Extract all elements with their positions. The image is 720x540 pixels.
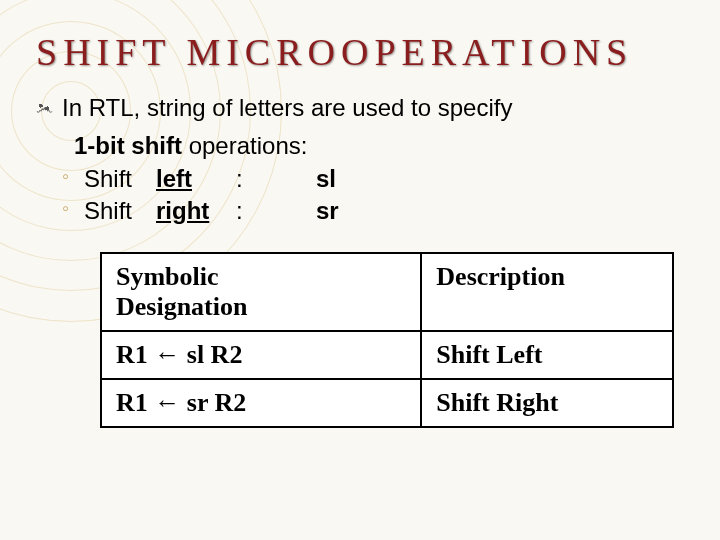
table-header-row: Symbolic Designation Description [101,253,673,331]
header-symbolic-line1: Symbolic [116,262,406,292]
table-row: R1 ← sl R2 Shift Left [101,331,673,379]
slide-title: SHIFT MICROOPERATIONS [36,30,684,74]
header-symbolic-line2: Designation [116,292,406,322]
bullet-main: ෴ In RTL, string of letters are used to … [62,92,684,124]
cell-sym-1: R1 ← sr R2 [101,379,421,427]
sub-shift-left: ◦ Shift left:sl [62,163,684,195]
sr-mnemonic: sr [276,195,356,227]
sub-shift-right: ◦ Shift right:sr [62,195,684,227]
shift-table: Symbolic Designation Description R1 ← sl… [100,252,674,428]
shift-right-prefix: Shift [84,195,156,227]
shift-left-word: left [156,163,236,195]
cell-desc-0: Shift Left [421,331,673,379]
line2-rest: operations: [182,132,307,159]
cell-sym-0: R1 ← sl R2 [101,331,421,379]
colon-left: : [236,163,276,195]
line1: In RTL, string of letters are used to sp… [62,94,512,121]
body-text: ෴ In RTL, string of letters are used to … [36,92,684,228]
colon-right: : [236,195,276,227]
line2-bold: 1-bit shift [74,132,182,159]
sub-bullet-icon: ◦ [62,163,69,190]
header-description: Description [421,253,673,331]
header-symbolic: Symbolic Designation [101,253,421,331]
shift-right-word: right [156,195,236,227]
shift-left-prefix: Shift [84,163,156,195]
slide: SHIFT MICROOPERATIONS ෴ In RTL, string o… [0,0,720,428]
table-row: R1 ← sr R2 Shift Right [101,379,673,427]
cell-desc-1: Shift Right [421,379,673,427]
shift-table-wrap: Symbolic Designation Description R1 ← sl… [100,252,674,428]
swirl-bullet-icon: ෴ [36,96,53,120]
line2: 1-bit shift operations: [62,130,684,162]
sub-bullet-icon: ◦ [62,195,69,222]
sl-mnemonic: sl [276,163,356,195]
